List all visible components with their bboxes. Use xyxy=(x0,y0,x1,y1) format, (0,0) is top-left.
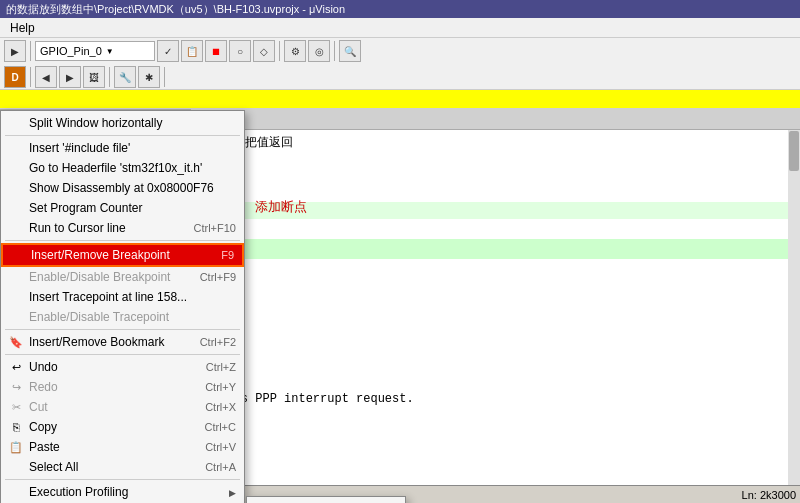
status-right: Ln: 2k3000 xyxy=(742,489,796,501)
toolbar-sep-6 xyxy=(164,67,165,87)
menu-include-label: Insert '#include file' xyxy=(29,141,130,155)
toolbar-sep-1 xyxy=(30,41,31,61)
toolbar-btn-stop[interactable]: ⏹ xyxy=(205,40,227,62)
menu-run-cursor-shortcut: Ctrl+F10 xyxy=(194,222,237,234)
toolbar-sep-3 xyxy=(334,41,335,61)
menu-sep-1 xyxy=(5,135,240,136)
menu-enable-bp-label: Enable/Disable Breakpoint xyxy=(29,270,170,284)
menu-execution-profiling[interactable]: Execution Profiling xyxy=(1,482,244,502)
toolbar-btn-diamond[interactable]: ◇ xyxy=(253,40,275,62)
copy-icon: ⎘ xyxy=(7,418,25,436)
menu-select-all-shortcut: Ctrl+A xyxy=(205,461,236,473)
menu-breakpoint-label: Insert/Remove Breakpoint xyxy=(31,248,170,262)
menu-select-all[interactable]: Select All Ctrl+A xyxy=(1,457,244,477)
menu-enable-breakpoint[interactable]: Enable/Disable Breakpoint Ctrl+F9 xyxy=(1,267,244,287)
menu-insert-breakpoint[interactable]: Insert/Remove Breakpoint F9 xyxy=(1,243,244,267)
submenu-arrow-exec xyxy=(225,487,236,498)
menu-include-file[interactable]: Insert '#include file' xyxy=(1,138,244,158)
main-area: stm32f10x_hd.s bsp_usart.c 中区里面，当接收到的值等于… xyxy=(0,90,800,503)
menu-go-header-label: Go to Headerfile 'stm32f10x_it.h' xyxy=(29,161,202,175)
menu-undo-label: Undo xyxy=(29,360,58,374)
submenu-fe-advanced[interactable]: Fe advanced xyxy=(247,499,405,503)
redo-icon: ↪ xyxy=(7,378,25,396)
menu-enable-tracepoint[interactable]: Enable/Disable Tracepoint xyxy=(1,307,244,327)
menu-redo-shortcut: Ctrl+Y xyxy=(205,381,236,393)
toolbar-btn-gear[interactable]: ⚙ xyxy=(284,40,306,62)
bookmark-icon: 🔖 xyxy=(7,333,25,351)
toolbar-sep-5 xyxy=(109,67,110,87)
toolbar-btn-wrench[interactable]: 🔧 xyxy=(114,66,136,88)
menu-enable-bp-shortcut: Ctrl+F9 xyxy=(200,271,236,283)
menu-paste[interactable]: 📋 Paste Ctrl+V xyxy=(1,437,244,457)
toolbar-btn-circle[interactable]: ○ xyxy=(229,40,251,62)
menu-bookmark-label: Insert/Remove Bookmark xyxy=(29,335,164,349)
cut-icon: ✂ xyxy=(7,398,25,416)
menu-disasm-label: Show Disassembly at 0x08000F76 xyxy=(29,181,214,195)
menu-split-label: Split Window horizontally xyxy=(29,116,162,130)
title-bar: 的数据放到数组中\Project\RVMDK（uv5）\BH-F103.uvpr… xyxy=(0,0,800,18)
menu-redo-label: Redo xyxy=(29,380,58,394)
menu-run-cursor-label: Run to Cursor line xyxy=(29,221,126,235)
context-menu: Split Window horizontally Insert '#inclu… xyxy=(0,110,245,503)
menu-undo[interactable]: ↩ Undo Ctrl+Z xyxy=(1,357,244,377)
undo-icon: ↩ xyxy=(7,358,25,376)
menu-cut-label: Cut xyxy=(29,400,48,414)
menu-bookmark-shortcut: Ctrl+F2 xyxy=(200,336,236,348)
menu-sep-5 xyxy=(5,479,240,480)
menu-copy-label: Copy xyxy=(29,420,57,434)
menu-insert-tracepoint[interactable]: Insert Tracepoint at line 158... xyxy=(1,287,244,307)
toolbar-btn-d[interactable]: D xyxy=(4,66,26,88)
menu-sep-4 xyxy=(5,354,240,355)
menu-tracepoint-label: Insert Tracepoint at line 158... xyxy=(29,290,187,304)
menu-exec-profile-label: Execution Profiling xyxy=(29,485,128,499)
paste-icon: 📋 xyxy=(7,438,25,456)
toolbar-sep-4 xyxy=(30,67,31,87)
menu-sep-3 xyxy=(5,329,240,330)
menu-set-pc[interactable]: Set Program Counter xyxy=(1,198,244,218)
yellow-highlight xyxy=(0,90,800,108)
outlining-submenu: Fe advanced xyxy=(246,496,406,503)
menu-go-headerfile[interactable]: Go to Headerfile 'stm32f10x_it.h' xyxy=(1,158,244,178)
status-ln: Ln: 2k3000 xyxy=(742,489,796,501)
title-text: 的数据放到数组中\Project\RVMDK（uv5）\BH-F103.uvpr… xyxy=(6,2,345,17)
toolbar-btn-img[interactable]: 🖼 xyxy=(83,66,105,88)
menu-insert-bookmark[interactable]: 🔖 Insert/Remove Bookmark Ctrl+F2 xyxy=(1,332,244,352)
scrollbar-thumb[interactable] xyxy=(789,131,799,171)
menu-select-all-label: Select All xyxy=(29,460,78,474)
code-area: stm32f10x_hd.s bsp_usart.c 中区里面，当接收到的值等于… xyxy=(0,90,800,503)
toolbar-btn-check[interactable]: ✓ xyxy=(157,40,179,62)
menu-run-cursor[interactable]: Run to Cursor line Ctrl+F10 xyxy=(1,218,244,238)
toolbar-sep-2 xyxy=(279,41,280,61)
chevron-down-icon: ▼ xyxy=(106,47,150,56)
menu-bar: Help xyxy=(0,18,800,38)
toolbar-btn-search[interactable]: 🔍 xyxy=(339,40,361,62)
menu-enable-trace-label: Enable/Disable Tracepoint xyxy=(29,310,169,324)
toolbar-btn-star[interactable]: ✱ xyxy=(138,66,160,88)
menu-cut[interactable]: ✂ Cut Ctrl+X xyxy=(1,397,244,417)
vertical-scrollbar[interactable] xyxy=(788,130,800,503)
toolbar: ▶ GPIO_Pin_0 ▼ ✓ 📋 ⏹ ○ ◇ ⚙ ◎ 🔍 D ◀ ▶ 🖼 🔧… xyxy=(0,38,800,90)
menu-paste-label: Paste xyxy=(29,440,60,454)
menu-paste-shortcut: Ctrl+V xyxy=(205,441,236,453)
toolbar-btn-arrow-right[interactable]: ▶ xyxy=(59,66,81,88)
menu-cut-shortcut: Ctrl+X xyxy=(205,401,236,413)
menu-split-window[interactable]: Split Window horizontally xyxy=(1,113,244,133)
menu-undo-shortcut: Ctrl+Z xyxy=(206,361,236,373)
toolbar-btn-load[interactable]: 📋 xyxy=(181,40,203,62)
toolbar-btn-arrow-left[interactable]: ◀ xyxy=(35,66,57,88)
menu-breakpoint-shortcut: F9 xyxy=(221,249,234,261)
menu-sep-2 xyxy=(5,240,240,241)
gpio-dropdown-label: GPIO_Pin_0 xyxy=(40,45,102,57)
toolbar-btn-target[interactable]: ◎ xyxy=(308,40,330,62)
menu-item-help[interactable]: Help xyxy=(4,21,41,35)
gpio-dropdown[interactable]: GPIO_Pin_0 ▼ xyxy=(35,41,155,61)
menu-copy-shortcut: Ctrl+C xyxy=(205,421,236,433)
menu-redo[interactable]: ↪ Redo Ctrl+Y xyxy=(1,377,244,397)
menu-copy[interactable]: ⎘ Copy Ctrl+C xyxy=(1,417,244,437)
toolbar-btn-1[interactable]: ▶ xyxy=(4,40,26,62)
menu-show-disassembly[interactable]: Show Disassembly at 0x08000F76 xyxy=(1,178,244,198)
menu-set-pc-label: Set Program Counter xyxy=(29,201,142,215)
